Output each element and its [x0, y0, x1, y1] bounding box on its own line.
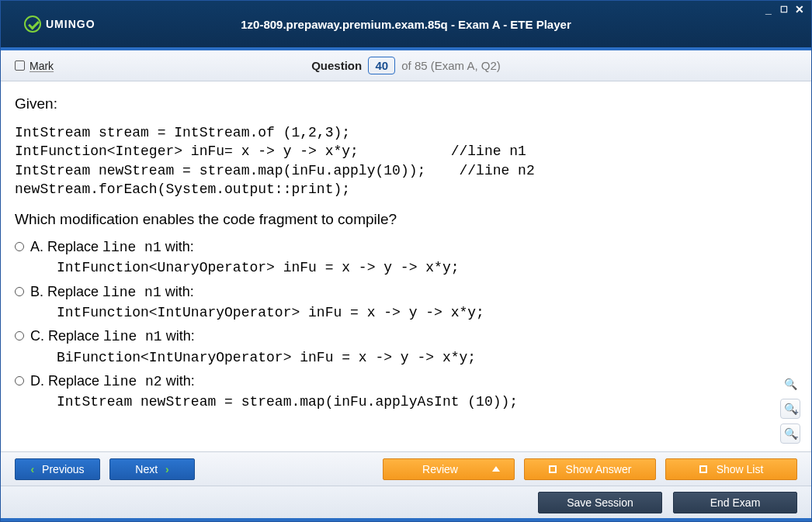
chevron-right-icon: ›	[165, 463, 169, 475]
review-button[interactable]: Review	[383, 458, 515, 480]
zoom-in-button[interactable]: 🔍+	[780, 399, 800, 419]
option-a-code: IntFunction<UnaryOperator> inFu = x -> y…	[15, 258, 797, 277]
triangle-up-icon	[492, 466, 500, 472]
radio-icon	[15, 331, 24, 341]
minimize-icon[interactable]: _	[763, 4, 774, 15]
stop-icon	[549, 465, 557, 473]
stop-icon	[699, 465, 707, 473]
zoom-out-button[interactable]: 🔍−	[780, 423, 800, 444]
nav-footer: ‹Previous Next› Review Show Answer Show …	[1, 451, 811, 486]
search-icon[interactable]: 🔍	[780, 374, 800, 394]
question-header: Mark Question 40 of 85 (Exam A, Q2)	[1, 50, 811, 81]
question-content: Given: IntStream stream = IntStream.of (…	[1, 81, 811, 451]
next-button[interactable]: Next›	[109, 458, 195, 480]
app-title: 1z0-809.prepaway.premium.exam.85q - Exam…	[1, 18, 811, 31]
options-group: A. Replace line n1 with: IntFunction<Una…	[15, 237, 797, 411]
show-answer-button[interactable]: Show Answer	[524, 458, 656, 480]
previous-button[interactable]: ‹Previous	[15, 458, 100, 480]
radio-icon	[15, 287, 24, 296]
question-indicator: Question 40 of 85 (Exam A, Q2)	[1, 57, 811, 74]
question-number-input[interactable]: 40	[368, 57, 395, 74]
chevron-left-icon: ‹	[30, 463, 34, 475]
option-b-code: IntFunction<IntUnaryOperator> inFu = x -…	[15, 303, 797, 322]
maximize-icon[interactable]: ☐	[779, 4, 789, 15]
question-prompt: Which modification enables the code frag…	[15, 211, 797, 228]
bottom-accent-bar	[1, 518, 811, 521]
option-a[interactable]: A. Replace line n1 with:	[15, 237, 797, 257]
option-d[interactable]: D. Replace line n2 with:	[15, 372, 797, 391]
option-c-code: BiFunction<IntUnaryOperator> inFu = x ->…	[15, 348, 797, 367]
app-header: UMINGO 1z0-809.prepaway.premium.exam.85q…	[1, 1, 811, 50]
option-c[interactable]: C. Replace line n1 with:	[15, 327, 797, 346]
code-block: IntStream stream = IntStream.of (1,2,3);…	[15, 123, 797, 199]
question-label: Question	[311, 59, 362, 72]
show-list-button[interactable]: Show List	[665, 458, 797, 480]
option-b[interactable]: B. Replace line n1 with:	[15, 282, 797, 302]
end-exam-button[interactable]: End Exam	[673, 492, 797, 513]
radio-icon	[15, 376, 24, 385]
question-total: of 85 (Exam A, Q2)	[401, 59, 501, 72]
session-footer: Save Session End Exam	[1, 486, 811, 518]
radio-icon	[15, 242, 24, 251]
save-session-button[interactable]: Save Session	[538, 492, 662, 513]
given-label: Given:	[15, 95, 797, 112]
close-icon[interactable]: ✕	[794, 4, 805, 15]
option-d-code: IntStream newStream = stream.map(inFu.ap…	[15, 392, 797, 411]
